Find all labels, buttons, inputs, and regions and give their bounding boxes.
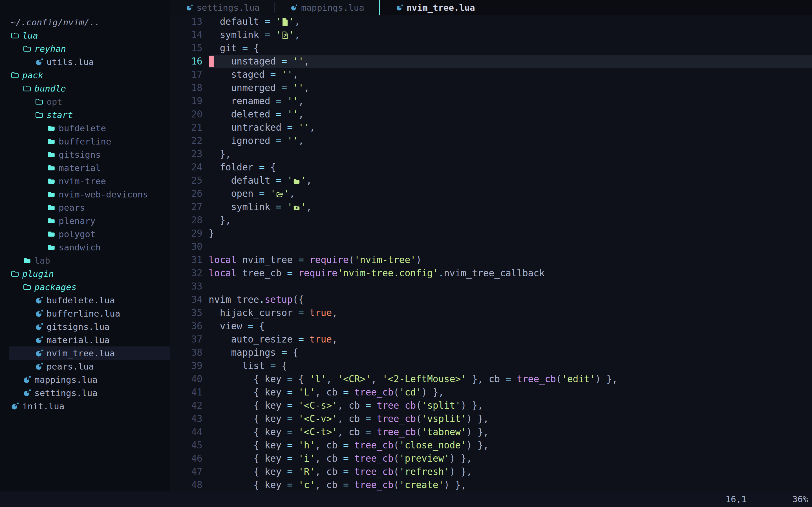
code-line-17[interactable]: 17 staged = '',: [170, 68, 812, 81]
tree-item-start[interactable]: start: [0, 108, 170, 121]
code-line-26[interactable]: 26 open = '',: [170, 187, 812, 200]
tabline: settings.luamappings.luanvim_tree.lua: [170, 0, 812, 15]
tree-item-nvim-tree[interactable]: nvim-tree: [0, 174, 170, 187]
code-line-14[interactable]: 14 symlink = '',: [170, 28, 812, 41]
tree-item-nvim-web-devicons[interactable]: nvim-web-devicons: [0, 187, 170, 201]
code-line-23[interactable]: 23 },: [170, 147, 812, 161]
code-line-36[interactable]: 36 view = {: [170, 320, 812, 333]
code-line-22[interactable]: 22 ignored = '',: [170, 134, 812, 147]
line-number: 18: [170, 81, 202, 94]
tree-item-label: init.lua: [22, 401, 64, 411]
code-line-text: renamed = '',: [209, 94, 812, 108]
line-number: 13: [170, 15, 202, 28]
tree-item-nvim-tree.lua[interactable]: nvim_tree.lua: [0, 346, 170, 360]
tree-item-label: nvim_tree.lua: [47, 348, 115, 358]
tree-item-label: plugin: [22, 269, 54, 279]
tree-item-lua[interactable]: lua: [0, 29, 170, 42]
code-line-25[interactable]: 25 default = '',: [170, 174, 812, 187]
tree-item-mappings.lua[interactable]: mappings.lua: [0, 373, 170, 386]
block-cursor: [209, 56, 214, 67]
tree-item-label: material.lua: [47, 335, 110, 345]
code-line-33[interactable]: 33: [170, 280, 812, 293]
code-line-40[interactable]: 40 { key = { 'l', '<CR>', '<2-LeftMouse>…: [170, 372, 812, 386]
tree-item-gitsigns[interactable]: gitsigns: [0, 148, 170, 161]
code-line-38[interactable]: 38 mappings = {: [170, 346, 812, 359]
tree-item-bufdelete[interactable]: bufdelete: [0, 121, 170, 135]
code-line-47[interactable]: 47 { key = 'R', cb = tree_cb('refresh') …: [170, 465, 812, 478]
code-line-28[interactable]: 28 },: [170, 214, 812, 227]
tree-item-opt[interactable]: opt: [0, 95, 170, 108]
code-line-35[interactable]: 35 hijack_cursor = true,: [170, 306, 812, 320]
code-line-text: symlink = '',: [209, 28, 812, 41]
code-line-37[interactable]: 37 auto_resize = true,: [170, 333, 812, 346]
code-line-43[interactable]: 43 { key = '<C-v>', cb = tree_cb('vsplit…: [170, 412, 812, 425]
folder-filled-icon: [47, 124, 56, 132]
tree-item-bufdelete.lua[interactable]: bufdelete.lua: [0, 293, 170, 307]
tree-item-packages[interactable]: packages: [0, 280, 170, 293]
tree-item-pack[interactable]: pack: [0, 68, 170, 82]
tree-item-pears.lua[interactable]: pears.lua: [0, 360, 170, 373]
code-line-44[interactable]: 44 { key = '<C-t>', cb = tree_cb('tabnew…: [170, 425, 812, 439]
tree-item-sandwich[interactable]: sandwich: [0, 240, 170, 254]
tree-item-lab[interactable]: lab: [0, 254, 170, 267]
code-line-41[interactable]: 41 { key = 'L', cb = tree_cb('cd') },: [170, 386, 812, 399]
code-line-19[interactable]: 19 renamed = '',: [170, 94, 812, 108]
line-number: 38: [170, 346, 202, 359]
code-line-text: symlink = '',: [209, 200, 812, 214]
editor-buffer[interactable]: 13 default = '',14 symlink = '',15 git =…: [170, 15, 812, 492]
tree-item-gitsigns.lua[interactable]: gitsigns.lua: [0, 320, 170, 333]
code-line-46[interactable]: 46 { key = 'i', cb = tree_cb('preview') …: [170, 452, 812, 465]
folder-outline-icon: [22, 84, 32, 93]
code-line-16[interactable]: 16 unstaged = '',: [170, 55, 812, 68]
tree-item-label: polygot: [59, 229, 96, 239]
line-number: 17: [170, 68, 202, 81]
code-line-13[interactable]: 13 default = '',: [170, 15, 812, 28]
tree-item-bundle[interactable]: bundle: [0, 82, 170, 95]
line-number: 23: [170, 147, 202, 161]
folder-outline-icon: [22, 283, 32, 291]
code-line-48[interactable]: 48 { key = 'c', cb = tree_cb('create') }…: [170, 478, 812, 492]
tree-item-plugin[interactable]: plugin: [0, 267, 170, 280]
code-line-text: { key = '<C-v>', cb = tree_cb('vsplit') …: [209, 412, 812, 425]
tree-item-label: reyhan: [35, 44, 66, 54]
code-line-30[interactable]: 30: [170, 240, 812, 253]
code-line-21[interactable]: 21 untracked = '',: [170, 121, 812, 134]
tree-item-polygot[interactable]: polygot: [0, 227, 170, 240]
tree-item-bufferline.lua[interactable]: bufferline.lua: [0, 307, 170, 320]
code-line-18[interactable]: 18 unmerged = '',: [170, 81, 812, 94]
code-line-45[interactable]: 45 { key = 'h', cb = tree_cb('close_node…: [170, 439, 812, 452]
tab-settings.lua[interactable]: settings.lua: [170, 0, 274, 15]
line-number: 24: [170, 161, 202, 174]
tree-item-plenary[interactable]: plenary: [0, 214, 170, 227]
code-line-32[interactable]: 32local tree_cb = require'nvim-tree.conf…: [170, 267, 812, 280]
code-line-text: auto_resize = true,: [209, 333, 812, 346]
git-folder-open-icon: [276, 188, 284, 199]
code-line-20[interactable]: 20 deleted = '',: [170, 108, 812, 121]
tree-item--.config-nvim-..[interactable]: ~/.config/nvim/..: [0, 15, 170, 29]
tab-nvim-tree.lua[interactable]: nvim_tree.lua: [380, 0, 490, 15]
tree-item-label: mappings.lua: [35, 375, 98, 385]
tree-item-material.lua[interactable]: material.lua: [0, 333, 170, 346]
code-line-27[interactable]: 27 symlink = '',: [170, 200, 812, 214]
line-number: 15: [170, 41, 202, 55]
code-line-text: deleted = '',: [209, 108, 812, 121]
code-line-29[interactable]: 29}: [170, 227, 812, 240]
code-line-42[interactable]: 42 { key = '<C-s>', cb = tree_cb('split'…: [170, 399, 812, 412]
tab-mappings.lua[interactable]: mappings.lua: [275, 0, 379, 15]
line-number: 37: [170, 333, 202, 346]
code-line-34[interactable]: 34nvim_tree.setup({: [170, 293, 812, 306]
tree-item-settings.lua[interactable]: settings.lua: [0, 386, 170, 399]
tree-item-pears[interactable]: pears: [0, 201, 170, 214]
code-line-24[interactable]: 24 folder = {: [170, 161, 812, 174]
tree-item-label: lab: [35, 256, 50, 266]
tree-item-bufferline[interactable]: bufferline: [0, 135, 170, 148]
code-line-39[interactable]: 39 list = {: [170, 359, 812, 372]
nvim-tree-panel[interactable]: ~/.config/nvim/..luareyhanutils.luapackb…: [0, 0, 170, 492]
code-line-text: { key = { 'l', '<CR>', '<2-LeftMouse>' }…: [209, 372, 812, 386]
code-line-15[interactable]: 15 git = {: [170, 41, 812, 55]
tree-item-init.lua[interactable]: init.lua: [0, 399, 170, 413]
tree-item-utils.lua[interactable]: utils.lua: [0, 55, 170, 68]
code-line-31[interactable]: 31local nvim_tree = require('nvim-tree'): [170, 253, 812, 267]
tree-item-reyhan[interactable]: reyhan: [0, 42, 170, 55]
tree-item-material[interactable]: material: [0, 161, 170, 174]
